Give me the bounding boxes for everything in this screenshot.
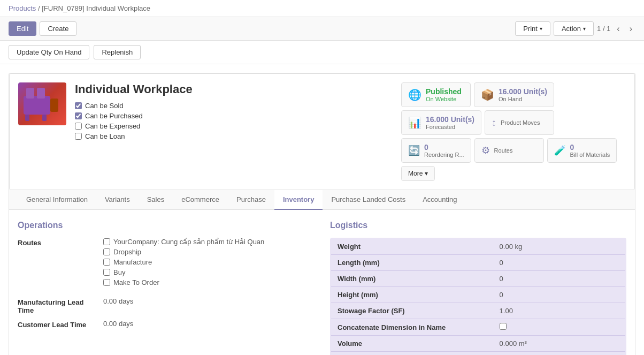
- logistics-field-value: 0: [493, 271, 626, 287]
- forecasted-label: Forecasted: [426, 124, 474, 130]
- product-title-area: Individual Workplace Can be SoldCan be P…: [75, 82, 401, 142]
- logistics-table: Weight0.00 kgLength (mm)0Width (mm)0Heig…: [330, 238, 626, 355]
- tabs: General InformationVariantsSaleseCommerc…: [9, 190, 635, 210]
- product-checkbox-row: Can be Expensed: [75, 122, 401, 130]
- product-checkbox[interactable]: [75, 133, 82, 140]
- moves-label: Product Moves: [501, 119, 540, 126]
- product-moves-button[interactable]: ↕ Product Moves: [485, 110, 554, 135]
- route-label: YourCompany: Cung cấp sản phẩm từ Hải Qu…: [113, 238, 264, 246]
- routes-label: Routes: [494, 147, 513, 154]
- route-checkbox[interactable]: [103, 259, 110, 266]
- tab-purchase[interactable]: Purchase: [228, 190, 274, 210]
- route-checkbox[interactable]: [103, 269, 110, 276]
- route-item: Manufacture: [103, 258, 314, 266]
- toolbar: Edit Create Print Action 1 / 1 ‹ ›: [0, 17, 644, 41]
- product-checkbox-row: Can be Sold: [75, 102, 401, 110]
- tab-inventory[interactable]: Inventory: [274, 190, 323, 210]
- logistics-field-value: 0.00 kg: [493, 238, 626, 255]
- breadcrumb-separator: /: [38, 4, 40, 12]
- logistics-field-value: [493, 319, 626, 336]
- breadcrumb-parent[interactable]: Products: [9, 4, 36, 12]
- tab-ecommerce[interactable]: eCommerce: [173, 190, 228, 210]
- logistics-field-name: Stowage Factor (SF): [331, 303, 493, 319]
- logistics-row: Volume0.000 m³: [331, 336, 626, 352]
- logistics-field-name: Height (mm): [331, 287, 493, 303]
- route-item: YourCompany: Cung cấp sản phẩm từ Hải Qu…: [103, 238, 314, 246]
- product-checkbox-label: Can be Loan: [85, 132, 125, 140]
- tab-variants[interactable]: Variants: [96, 190, 139, 210]
- product-checkbox-row: Can be Purchased: [75, 112, 401, 120]
- route-label: Make To Order: [113, 278, 159, 286]
- mfg-lead-row: Manufacturing LeadTime 0.00 days: [18, 297, 314, 314]
- create-button[interactable]: Create: [40, 21, 76, 36]
- logistics-field-value: 0.000: [493, 352, 626, 356]
- update-qty-button[interactable]: Update Qty On Hand: [9, 45, 89, 59]
- route-checkbox[interactable]: [103, 238, 110, 245]
- breadcrumb-current: [FURN_0789] Individual Workplace: [42, 4, 150, 12]
- bom-icon: 🧪: [554, 145, 566, 156]
- product-checkbox-row: Can be Loan: [75, 132, 401, 140]
- route-label: Buy: [113, 268, 125, 276]
- route-checkbox[interactable]: [103, 248, 110, 255]
- action-row: Update Qty On Hand Replenish: [0, 41, 644, 64]
- product-checkbox-label: Can be Sold: [85, 102, 124, 110]
- pagination-text: 1 / 1: [597, 25, 610, 33]
- logistics-section: Logistics Weight0.00 kgLength (mm)0Width…: [330, 221, 626, 355]
- product-checkbox[interactable]: [75, 123, 82, 130]
- tab-sales[interactable]: Sales: [139, 190, 173, 210]
- route-item: Dropship: [103, 248, 314, 256]
- tab-purchase_landed[interactable]: Purchase Landed Costs: [323, 190, 414, 210]
- logistics-field-name: Volume: [331, 336, 493, 352]
- next-button[interactable]: ›: [626, 23, 635, 35]
- replenish-button[interactable]: Replenish: [94, 45, 141, 59]
- logistics-field-name: Stowage Volume (m3): [331, 352, 493, 356]
- logistics-field-value: 1.00: [493, 303, 626, 319]
- cust-lead-row: Customer Lead Time 0.00 days: [18, 320, 314, 329]
- more-button[interactable]: More: [401, 166, 435, 181]
- logistics-field-name: Weight: [331, 238, 493, 255]
- product-card: Individual Workplace Can be SoldCan be P…: [9, 73, 635, 355]
- logistics-row: Height (mm)0: [331, 287, 626, 303]
- published-button[interactable]: 🌐 Published On Website: [401, 82, 471, 107]
- product-checkbox[interactable]: [75, 112, 82, 119]
- concat-checkbox[interactable]: [500, 323, 507, 330]
- logistics-row: Concatenate Dimension in Name: [331, 319, 626, 336]
- logistics-row: Weight0.00 kg: [331, 238, 626, 255]
- routes-button[interactable]: ⚙ Routes: [474, 138, 544, 163]
- checkbox-list: Can be SoldCan be PurchasedCan be Expens…: [75, 102, 401, 140]
- pagination: 1 / 1 ‹ ›: [597, 23, 635, 35]
- prev-button[interactable]: ‹: [614, 23, 623, 35]
- operations-title: Operations: [18, 221, 314, 230]
- operations-section: Operations Routes YourCompany: Cung cấp …: [18, 221, 314, 355]
- print-button[interactable]: Print: [515, 21, 550, 36]
- product-checkbox-label: Can be Expensed: [85, 122, 140, 130]
- globe-icon: 🌐: [408, 88, 421, 101]
- logistics-row: Stowage Volume (m3)0.000: [331, 352, 626, 356]
- published-label: On Website: [426, 96, 462, 102]
- product-checkbox[interactable]: [75, 102, 82, 109]
- svg-rect-2: [37, 88, 45, 99]
- cust-lead-value: 0.00 days: [103, 320, 314, 328]
- more-label: More: [408, 170, 423, 177]
- bom-button[interactable]: 🧪 0 Bill of Materials: [547, 138, 617, 163]
- svg-rect-1: [26, 88, 34, 99]
- tab-accounting[interactable]: Accounting: [414, 190, 465, 210]
- action-button[interactable]: Action: [554, 21, 594, 36]
- reordering-button[interactable]: 🔄 0 Reordering R...: [401, 138, 471, 163]
- route-checkbox[interactable]: [103, 279, 110, 286]
- mfg-lead-label: Manufacturing LeadTime: [18, 297, 103, 314]
- product-header: Individual Workplace Can be SoldCan be P…: [9, 73, 635, 190]
- on-hand-button[interactable]: 📦 16.000 Unit(s) On Hand: [474, 82, 554, 107]
- logistics-row: Length (mm)0: [331, 255, 626, 271]
- forecasted-button[interactable]: 📊 16.000 Unit(s) Forecasted: [401, 110, 481, 135]
- edit-button[interactable]: Edit: [9, 21, 36, 36]
- published-value: Published: [426, 87, 462, 96]
- logistics-field-name: Length (mm): [331, 255, 493, 271]
- logistics-title: Logistics: [330, 221, 626, 230]
- routes-field-label: Routes: [18, 238, 103, 247]
- logistics-field-name: Width (mm): [331, 271, 493, 287]
- logistics-field-name: Concatenate Dimension in Name: [331, 319, 493, 336]
- route-item: Make To Order: [103, 278, 314, 286]
- tab-general[interactable]: General Information: [18, 190, 96, 210]
- routes-icon: ⚙: [481, 145, 490, 156]
